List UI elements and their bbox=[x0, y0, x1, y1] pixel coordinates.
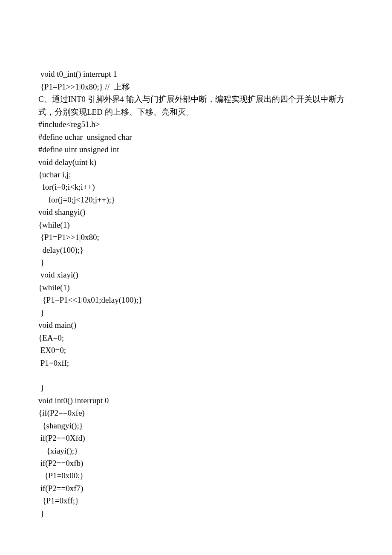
code-document: void t0_int() interrupt 1 {P1=P1>>1|0x80… bbox=[0, 0, 392, 545]
code-content: void t0_int() interrupt 1 {P1=P1>>1|0x80… bbox=[38, 69, 345, 517]
